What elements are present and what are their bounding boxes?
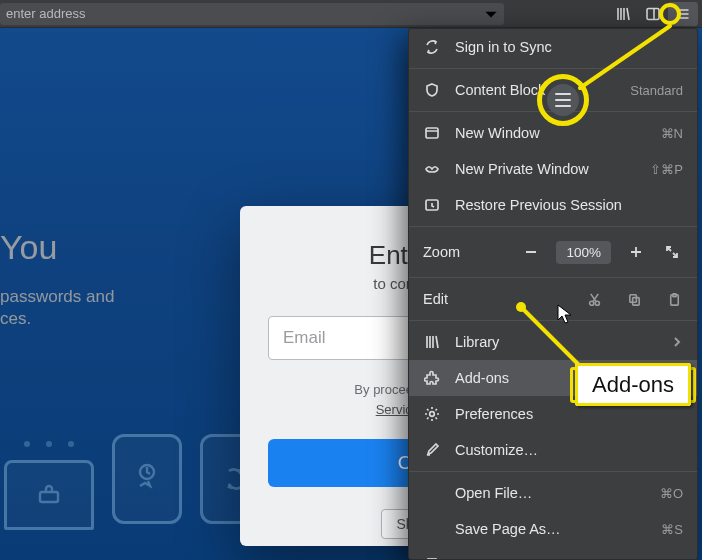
urlbar-dropdown-icon[interactable] [482, 5, 500, 23]
puzzle-icon [423, 369, 441, 387]
hamburger-menu-button[interactable] [668, 2, 698, 26]
menu-restore-session[interactable]: Restore Previous Session [409, 187, 697, 223]
sync-icon [423, 38, 441, 56]
app-menu-panel: Sign in to Sync Content Block Standard N… [408, 28, 698, 560]
menu-addons[interactable]: Add-ons ⇧⌘A [409, 360, 697, 396]
cut-icon[interactable] [585, 290, 603, 308]
toolbar-right-icons [608, 2, 702, 26]
menu-new-private-window[interactable]: New Private Window ⇧⌘P [409, 151, 697, 187]
menu-print[interactable]: Print… ⌘P [409, 547, 697, 560]
zoom-out-button[interactable] [520, 241, 542, 263]
mask-icon [423, 160, 441, 178]
restore-icon [423, 196, 441, 214]
menu-sign-in-to-sync[interactable]: Sign in to Sync [409, 29, 697, 65]
library-icon[interactable] [608, 2, 638, 26]
menu-customize[interactable]: Customize… [409, 432, 697, 468]
gear-icon [423, 405, 441, 423]
shield-icon [423, 81, 441, 99]
printer-icon [423, 556, 441, 560]
menu-open-file[interactable]: Open File… ⌘O [409, 475, 697, 511]
menu-zoom-row: Zoom 100% [409, 230, 697, 274]
svg-rect-0 [647, 8, 659, 19]
window-icon [423, 124, 441, 142]
paste-icon[interactable] [665, 290, 683, 308]
menu-preferences[interactable]: Preferences [409, 396, 697, 432]
zoom-in-button[interactable] [625, 241, 647, 263]
svg-point-5 [589, 301, 593, 305]
svg-point-11 [430, 412, 435, 417]
toolbar: enter address [0, 0, 702, 28]
menu-library[interactable]: Library [409, 324, 697, 360]
menu-edit-row: Edit [409, 281, 697, 317]
menu-save-page-as[interactable]: Save Page As… ⌘S [409, 511, 697, 547]
svg-point-6 [595, 301, 599, 305]
chevron-right-icon [671, 336, 683, 348]
fullscreen-button[interactable] [661, 241, 683, 263]
library-icon [423, 333, 441, 351]
copy-icon[interactable] [625, 290, 643, 308]
menu-new-window[interactable]: New Window ⌘N [409, 115, 697, 151]
url-bar-placeholder: enter address [6, 6, 86, 21]
url-bar[interactable]: enter address [0, 3, 504, 25]
edit-label: Edit [423, 291, 575, 307]
menu-content-blocking[interactable]: Content Block Standard [409, 72, 697, 108]
content-blocking-value: Standard [630, 83, 683, 98]
paintbrush-icon [423, 441, 441, 459]
zoom-label: Zoom [423, 244, 510, 260]
zoom-percent[interactable]: 100% [556, 241, 611, 264]
sidebar-icon[interactable] [638, 2, 668, 26]
svg-rect-3 [426, 128, 438, 138]
